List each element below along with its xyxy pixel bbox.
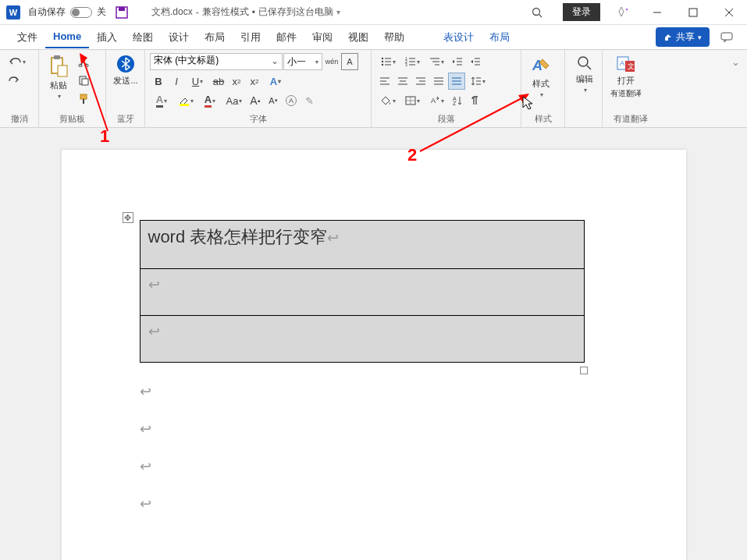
comments-button[interactable] (716, 27, 738, 48)
paragraph-mark-icon: ↩ (148, 277, 160, 292)
format-painter-button[interactable] (75, 90, 92, 108)
paragraph-mark-icon: ↩ (140, 459, 151, 474)
document-title[interactable]: 文档.docx - 兼容性模式 • 已保存到这台电脑 ▾ (151, 5, 340, 19)
login-button[interactable]: 登录 (563, 3, 600, 21)
char-spacing-button[interactable]: A▾ (425, 92, 448, 109)
shrink-font-button[interactable]: A▾ (265, 92, 282, 109)
highlight-button[interactable]: ▾ (174, 92, 197, 109)
menu-references[interactable]: 引用 (233, 26, 269, 49)
maximize-button[interactable] (675, 0, 711, 25)
table-resize-handle[interactable] (580, 367, 588, 374)
italic-button[interactable]: I (168, 73, 185, 90)
share-button[interactable]: 共享 ▾ (656, 27, 710, 47)
menu-home[interactable]: Home (45, 26, 89, 48)
decrease-indent-button[interactable] (449, 53, 466, 70)
ribbon-group-paragraph: ▾ 123▾ ▾ ▾ ▾ ▾ A▾ AZ 段落 (372, 50, 521, 127)
menu-help[interactable]: 帮助 (376, 26, 412, 49)
superscript-button[interactable]: x2 (246, 73, 263, 90)
show-marks-button[interactable] (467, 92, 484, 109)
menu-layout[interactable]: 布局 (197, 26, 233, 49)
borders-button[interactable]: ▾ (400, 92, 424, 109)
bullets-button[interactable]: ▾ (376, 53, 400, 70)
strikethrough-button[interactable]: ab (210, 73, 227, 90)
ribbon-collapse-button[interactable]: ⌄ (727, 53, 744, 70)
svg-line-68 (587, 66, 591, 69)
text-effects-button[interactable]: A▾ (264, 73, 287, 90)
pinyin-guide-button[interactable]: wén (323, 53, 340, 70)
font-size-select[interactable]: 小一▾ (283, 53, 322, 70)
editing-button[interactable]: 编辑▾ (570, 53, 599, 95)
save-icon[interactable] (116, 6, 128, 19)
distribute-button[interactable] (448, 73, 465, 90)
toggle-switch[interactable] (70, 7, 92, 18)
svg-rect-17 (80, 94, 87, 99)
font-family-select[interactable]: 宋体 (中文标题) (150, 53, 283, 70)
menu-review[interactable]: 审阅 (304, 26, 340, 49)
shading-button[interactable]: ▾ (376, 92, 400, 109)
copy-button[interactable] (75, 72, 92, 89)
increase-indent-button[interactable] (467, 53, 484, 70)
table-cell[interactable]: ↩ (140, 316, 584, 363)
compat-mode: 兼容性模式 (202, 5, 249, 19)
menu-table-design[interactable]: 表设计 (436, 26, 482, 49)
minimize-button[interactable] (639, 0, 675, 25)
table-cell[interactable]: word 表格怎样把行变窄↩ (140, 221, 584, 269)
subscript-button[interactable]: x2 (228, 73, 245, 90)
svg-text:文: 文 (628, 62, 635, 70)
clear-format-button[interactable]: ✎ (301, 92, 318, 109)
bold-button[interactable]: B (150, 73, 167, 90)
table-move-handle[interactable]: ✥ (123, 212, 133, 223)
numbering-button[interactable]: 123▾ (400, 53, 424, 70)
change-case-button[interactable]: Aa▾ (222, 92, 246, 109)
align-right-button[interactable] (412, 73, 429, 90)
page[interactable]: ✥ word 表格怎样把行变窄↩ ↩ ↩ ↩ ↩ ↩ ↩ (62, 150, 686, 560)
document-area: ✥ word 表格怎样把行变窄↩ ↩ ↩ ↩ ↩ ↩ ↩ (0, 128, 747, 560)
align-center-button[interactable] (394, 73, 411, 90)
align-left-button[interactable] (376, 73, 393, 90)
menu-design[interactable]: 设计 (161, 26, 197, 49)
bluetooth-send-button[interactable]: 发送... (111, 53, 141, 88)
paste-button[interactable]: 粘贴 ▾ (44, 53, 73, 101)
menu-draw[interactable]: 绘图 (125, 26, 161, 49)
redo-button[interactable] (5, 72, 22, 89)
menu-file[interactable]: 文件 (9, 26, 45, 49)
char-border-button[interactable]: A (341, 53, 358, 70)
paragraph[interactable]: ↩ (140, 420, 608, 438)
paragraph[interactable]: ↩ (140, 383, 608, 400)
menu-insert[interactable]: 插入 (89, 26, 125, 49)
paragraph[interactable]: ↩ (140, 495, 608, 512)
menu-table-layout[interactable]: 布局 (482, 26, 518, 49)
autosave-label: 自动保存 (28, 5, 66, 19)
ribbon-group-clipboard: 粘贴 ▾ 剪贴板 (39, 50, 106, 127)
svg-line-3 (539, 14, 542, 17)
svg-rect-1 (119, 7, 125, 11)
svg-rect-20 (180, 104, 189, 106)
mic-sparkle-icon[interactable] (608, 0, 639, 25)
font-color-button[interactable]: A▾ (150, 92, 173, 109)
cut-button[interactable] (75, 53, 92, 70)
underline-button[interactable]: U▾ (186, 73, 209, 90)
svg-text:A: A (620, 59, 624, 67)
undo-button[interactable]: ▾ (5, 53, 28, 70)
youdao-translate-button[interactable]: A文 打开 有道翻译 (607, 53, 645, 101)
svg-point-67 (578, 57, 588, 66)
styles-button[interactable]: A 样式▾ (526, 53, 556, 100)
table-cell[interactable]: ↩ (140, 269, 584, 316)
line-spacing-button[interactable]: ▾ (466, 73, 489, 90)
paragraph[interactable]: ↩ (140, 458, 608, 475)
font-color2-button[interactable]: A▾ (198, 92, 222, 109)
document-table[interactable]: word 表格怎样把行变窄↩ ↩ ↩ (140, 220, 585, 363)
ribbon-group-editing: 编辑▾ (565, 50, 603, 127)
menu-mail[interactable]: 邮件 (269, 26, 304, 49)
ribbon-group-font: 宋体 (中文标题) 小一▾ wén A B I U▾ ab x2 x2 A▾ A… (145, 50, 372, 127)
justify-button[interactable] (430, 73, 447, 90)
search-button[interactable] (519, 0, 555, 25)
svg-point-2 (533, 8, 540, 15)
close-button[interactable] (711, 0, 747, 25)
grow-font-button[interactable]: A▴ (247, 92, 264, 109)
menu-view[interactable]: 视图 (340, 26, 376, 49)
multilevel-list-button[interactable]: ▾ (425, 53, 448, 70)
sort-button[interactable]: AZ (449, 92, 466, 109)
circled-char-button[interactable]: A (283, 92, 300, 109)
autosave-toggle[interactable]: 自动保存 关 (28, 5, 106, 19)
